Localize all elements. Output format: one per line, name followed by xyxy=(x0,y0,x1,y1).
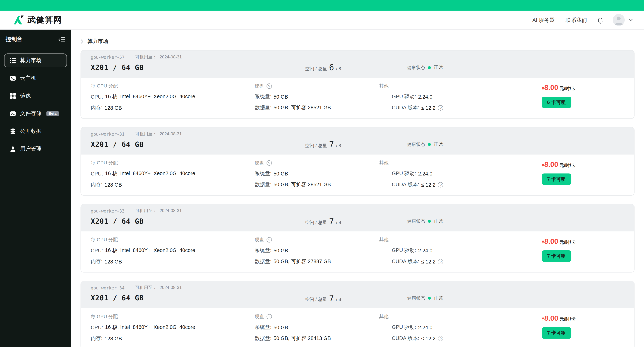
sidebar-item-file-storage[interactable]: 文件存储 Beta xyxy=(4,107,67,120)
sidebar-item-user-management[interactable]: 用户管理 xyxy=(4,142,67,156)
card-title: X201 / 64 GB xyxy=(91,217,305,225)
health-status-dot xyxy=(428,220,431,223)
health-label: 健康状态 xyxy=(407,295,425,301)
gpu-card: gpu-worker-34 可租用至：2024-08-31 X201 / 64 … xyxy=(80,281,634,347)
collapse-sidebar-icon[interactable] xyxy=(58,37,65,42)
terminal-icon xyxy=(10,75,16,81)
datadisk-value: 50 GB, 可扩容 27887 GB xyxy=(274,258,331,265)
total-count: / 8 xyxy=(336,66,341,71)
currency-symbol: ¥ xyxy=(542,316,544,321)
currency-symbol: ¥ xyxy=(542,163,544,168)
cuda-value: ≤ 12.2 xyxy=(421,259,436,264)
cuda-value: ≤ 12.2 xyxy=(421,182,436,188)
lease-date: 2024-08-31 xyxy=(160,208,182,214)
total-count: / 8 xyxy=(336,297,341,302)
breadcrumb-chevron-icon xyxy=(80,39,83,44)
sidebar-item-label: 用户管理 xyxy=(20,145,41,153)
price-unit: 元/时/卡 xyxy=(560,316,576,322)
disk-help-icon[interactable]: ? xyxy=(266,160,272,166)
cuda-label: CUDA 版本: xyxy=(392,181,419,188)
price: ¥ 8.00 元/时/卡 xyxy=(542,314,576,323)
health-label: 健康状态 xyxy=(407,141,425,147)
nav-contact-us[interactable]: 联系我们 xyxy=(566,16,587,24)
alloc-label: 每 GPU 分配 xyxy=(91,314,255,320)
mem-value: 128 GB xyxy=(104,336,122,341)
lease-label: 可租用至： xyxy=(135,208,157,214)
brand[interactable]: 武健算网 xyxy=(14,14,62,26)
disk-help-icon[interactable]: ? xyxy=(266,237,272,242)
nav-ai-servers[interactable]: AI 服务器 xyxy=(532,16,555,24)
brand-name: 武健算网 xyxy=(28,14,62,26)
rent-button[interactable]: 6 卡可租 xyxy=(542,97,571,108)
alloc-label: 每 GPU 分配 xyxy=(91,83,255,89)
disk-label: 硬盘 xyxy=(255,314,264,320)
driver-value: 2.24.0 xyxy=(418,94,432,100)
currency-symbol: ¥ xyxy=(542,86,544,91)
sidebar-title: 控制台 xyxy=(6,36,22,43)
idle-label: 空闲 / 总量 xyxy=(305,296,327,302)
cpu-label: CPU: xyxy=(91,324,103,330)
lease-label: 可租用至： xyxy=(135,285,157,290)
price: ¥ 8.00 元/时/卡 xyxy=(542,84,576,92)
rent-button[interactable]: 7 卡可租 xyxy=(542,250,571,262)
rent-button[interactable]: 7 卡可租 xyxy=(542,327,571,339)
currency-symbol: ¥ xyxy=(542,240,544,245)
health-label: 健康状态 xyxy=(407,218,425,224)
gpu-card: gpu-worker-33 可租用至：2024-08-31 X201 / 64 … xyxy=(80,204,634,273)
card-title: X201 / 64 GB xyxy=(91,63,305,72)
notification-bell-icon[interactable] xyxy=(597,16,604,24)
health-status-dot xyxy=(428,143,431,146)
sidebar-item-public-data[interactable]: 公开数据 xyxy=(4,124,67,138)
disk-help-icon[interactable]: ? xyxy=(266,314,272,319)
sysdisk-value: 50 GB xyxy=(274,248,288,253)
sidebar-item-label: 公开数据 xyxy=(20,127,41,135)
driver-label: GPU 驱动: xyxy=(392,170,416,177)
sidebar-item-compute-market[interactable]: 算力市场 xyxy=(4,53,67,67)
server-stack-icon xyxy=(10,57,16,64)
sysdisk-value: 50 GB xyxy=(274,94,288,100)
top-accent-bar xyxy=(0,0,644,11)
rent-button[interactable]: 7 卡可租 xyxy=(542,174,571,185)
datadisk-label: 数据盘: xyxy=(255,258,272,265)
worker-id: gpu-worker-31 xyxy=(91,132,124,137)
idle-label: 空闲 / 总量 xyxy=(305,220,327,226)
grid-icon xyxy=(10,93,16,99)
sidebar-item-cloud-host[interactable]: 云主机 xyxy=(4,71,67,85)
worker-id: gpu-worker-34 xyxy=(91,285,124,290)
driver-label: GPU 驱动: xyxy=(392,93,416,100)
sidebar-item-images[interactable]: 镜像 xyxy=(4,89,67,103)
sidebar-item-label: 云主机 xyxy=(20,74,36,82)
sysdisk-label: 系统盘: xyxy=(255,93,272,100)
beta-badge: Beta xyxy=(46,111,58,116)
sysdisk-label: 系统盘: xyxy=(255,324,272,331)
price-amount: 8.00 xyxy=(544,314,558,323)
cuda-help-icon[interactable]: ? xyxy=(438,105,444,111)
idle-label: 空闲 / 总量 xyxy=(305,143,327,149)
disk-help-icon[interactable]: ? xyxy=(266,84,272,89)
sysdisk-label: 系统盘: xyxy=(255,170,272,177)
worker-id: gpu-worker-57 xyxy=(91,55,124,60)
cuda-help-icon[interactable]: ? xyxy=(438,259,444,264)
app-header: 武健算网 AI 服务器 联系我们 xyxy=(0,11,644,30)
card-header: gpu-worker-57 可租用至：2024-08-31 X201 / 64 … xyxy=(81,51,634,78)
health-status: 正常 xyxy=(434,141,444,148)
alloc-label: 每 GPU 分配 xyxy=(91,237,255,243)
cuda-help-icon[interactable]: ? xyxy=(438,336,444,341)
user-icon xyxy=(10,146,16,152)
cuda-label: CUDA 版本: xyxy=(392,335,419,342)
mem-label: 内存: xyxy=(91,258,102,265)
card-header: gpu-worker-31 可租用至：2024-08-31 X201 / 64 … xyxy=(81,127,634,155)
disk-label: 硬盘 xyxy=(255,83,264,89)
breadcrumb-label[interactable]: 算力市场 xyxy=(88,38,108,45)
user-avatar[interactable] xyxy=(613,14,625,26)
account-chevron-down-icon[interactable] xyxy=(628,19,633,21)
card-body: 每 GPU 分配 CPU:16 核, Intel_8460Y+_Xeon2.0G… xyxy=(81,231,634,272)
total-count: / 8 xyxy=(336,143,341,148)
free-count: 7 xyxy=(329,293,334,303)
cpu-value: 16 核, Intel_8460Y+_Xeon2.0G_40core xyxy=(105,170,195,177)
mem-value: 128 GB xyxy=(104,182,122,188)
card-title: X201 / 64 GB xyxy=(91,140,305,148)
cuda-help-icon[interactable]: ? xyxy=(438,182,444,187)
lease-label: 可租用至： xyxy=(135,54,157,60)
cpu-value: 16 核, Intel_8460Y+_Xeon2.0G_40core xyxy=(105,93,195,100)
